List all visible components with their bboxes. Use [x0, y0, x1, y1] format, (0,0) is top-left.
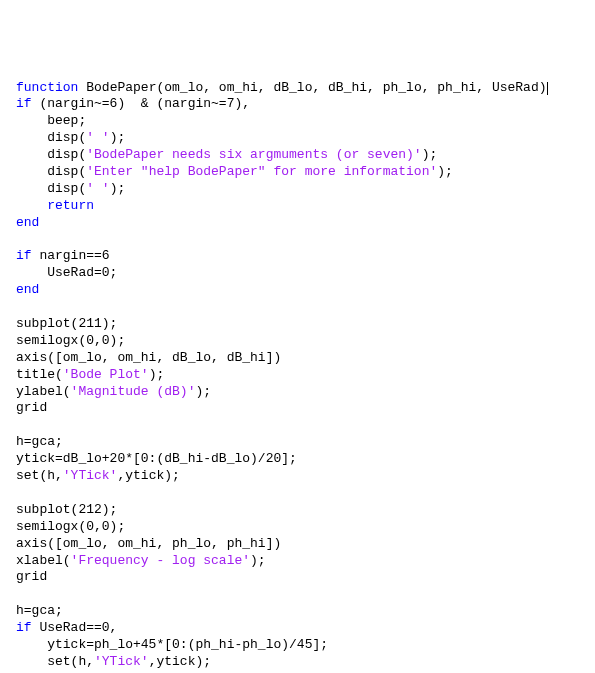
code-token: disp( [16, 147, 86, 162]
code-token: UseRad==0, [32, 620, 118, 635]
code-token-str: 'YTick' [94, 654, 149, 669]
code-token: ylabel( [16, 384, 71, 399]
code-editor[interactable]: function BodePaper(om_lo, om_hi, dB_lo, … [16, 80, 579, 673]
code-token: grid [16, 569, 47, 584]
code-token: ); [110, 130, 126, 145]
code-line[interactable]: ytick=ph_lo+45*[0:(ph_hi-ph_lo)/45]; [16, 637, 579, 654]
code-token: ); [422, 147, 438, 162]
code-token-str: 'YTick' [63, 468, 118, 483]
code-token: nargin==6 [32, 248, 110, 263]
text-cursor [547, 82, 548, 95]
code-token: grid [16, 400, 47, 415]
code-token: ); [195, 384, 211, 399]
code-token: ,ytick); [117, 468, 179, 483]
code-line[interactable]: semilogx(0,0); [16, 333, 579, 350]
code-token: title( [16, 367, 63, 382]
code-line[interactable]: set(h,'YTick',ytick); [16, 468, 579, 485]
code-line[interactable]: title('Bode Plot'); [16, 367, 579, 384]
code-line[interactable] [16, 417, 579, 434]
code-token: disp( [16, 181, 86, 196]
code-line[interactable]: disp(' '); [16, 130, 579, 147]
code-token: semilogx(0,0); [16, 333, 125, 348]
code-token-str: ' ' [86, 181, 109, 196]
code-token: ); [250, 553, 266, 568]
code-token: h=gca; [16, 434, 63, 449]
code-token: ); [149, 367, 165, 382]
code-token: axis([om_lo, om_hi, dB_lo, dB_hi]) [16, 350, 281, 365]
code-line[interactable]: disp('Enter "help BodePaper" for more in… [16, 164, 579, 181]
code-token-kw: end [16, 215, 39, 230]
code-line[interactable]: disp('BodePaper needs six argmuments (or… [16, 147, 579, 164]
code-line[interactable]: h=gca; [16, 434, 579, 451]
code-line[interactable]: set(h,'YTick',ytick); [16, 654, 579, 671]
code-line[interactable] [16, 232, 579, 249]
code-token: BodePaper(om_lo, om_hi, dB_lo, dB_hi, ph… [78, 80, 546, 95]
code-token: ytick=ph_lo+45*[0:(ph_hi-ph_lo)/45]; [16, 637, 328, 652]
code-line[interactable]: if nargin==6 [16, 248, 579, 265]
code-line[interactable]: h=gca; [16, 603, 579, 620]
code-line[interactable]: if UseRad==0, [16, 620, 579, 637]
code-line[interactable]: subplot(212); [16, 502, 579, 519]
code-line[interactable]: if (nargin~=6) & (nargin~=7), [16, 96, 579, 113]
code-token-str: 'Frequency - log scale' [71, 553, 250, 568]
code-token-str: 'Enter "help BodePaper" for more informa… [86, 164, 437, 179]
code-token: semilogx(0,0); [16, 519, 125, 534]
code-token: ,ytick); [149, 654, 211, 669]
code-line[interactable]: grid [16, 400, 579, 417]
code-line[interactable]: subplot(211); [16, 316, 579, 333]
code-token: disp( [16, 164, 86, 179]
code-token-kw: return [47, 198, 94, 213]
code-token: axis([om_lo, om_hi, ph_lo, ph_hi]) [16, 536, 281, 551]
code-token-str: ' ' [86, 130, 109, 145]
code-token-kw: function [16, 80, 78, 95]
code-token: h=gca; [16, 603, 63, 618]
code-token: ytick=dB_lo+20*[0:(dB_hi-dB_lo)/20]; [16, 451, 297, 466]
code-line[interactable]: end [16, 282, 579, 299]
code-token-kw: end [16, 282, 39, 297]
code-line[interactable]: semilogx(0,0); [16, 519, 579, 536]
code-line[interactable]: axis([om_lo, om_hi, dB_lo, dB_hi]) [16, 350, 579, 367]
code-line[interactable]: grid [16, 569, 579, 586]
code-line[interactable] [16, 586, 579, 603]
code-token-kw: if [16, 248, 32, 263]
code-token: set(h, [16, 654, 94, 669]
code-line[interactable] [16, 485, 579, 502]
code-token: subplot(212); [16, 502, 117, 517]
code-line[interactable] [16, 299, 579, 316]
code-token-str: 'Bode Plot' [63, 367, 149, 382]
code-token: xlabel( [16, 553, 71, 568]
code-token-str: 'Magnitude (dB)' [71, 384, 196, 399]
code-token: ); [110, 181, 126, 196]
code-line[interactable]: ytick=dB_lo+20*[0:(dB_hi-dB_lo)/20]; [16, 451, 579, 468]
code-token-kw: if [16, 620, 32, 635]
code-line[interactable]: end [16, 215, 579, 232]
code-line[interactable]: ylabel('Magnitude (dB)'); [16, 384, 579, 401]
code-token [16, 198, 47, 213]
code-line[interactable]: return [16, 198, 579, 215]
code-token: set(h, [16, 468, 63, 483]
code-line[interactable]: xlabel('Frequency - log scale'); [16, 553, 579, 570]
code-token: UseRad=0; [16, 265, 117, 280]
code-line[interactable]: function BodePaper(om_lo, om_hi, dB_lo, … [16, 80, 579, 97]
code-token: subplot(211); [16, 316, 117, 331]
code-token: ); [437, 164, 453, 179]
code-token: disp( [16, 130, 86, 145]
code-line[interactable]: disp(' '); [16, 181, 579, 198]
code-line[interactable]: beep; [16, 113, 579, 130]
code-token-str: 'BodePaper needs six argmuments (or seve… [86, 147, 421, 162]
code-token-kw: if [16, 96, 32, 111]
code-line[interactable]: UseRad=0; [16, 265, 579, 282]
code-line[interactable]: axis([om_lo, om_hi, ph_lo, ph_hi]) [16, 536, 579, 553]
code-token: (nargin~=6) & (nargin~=7), [32, 96, 250, 111]
code-token: beep; [16, 113, 86, 128]
